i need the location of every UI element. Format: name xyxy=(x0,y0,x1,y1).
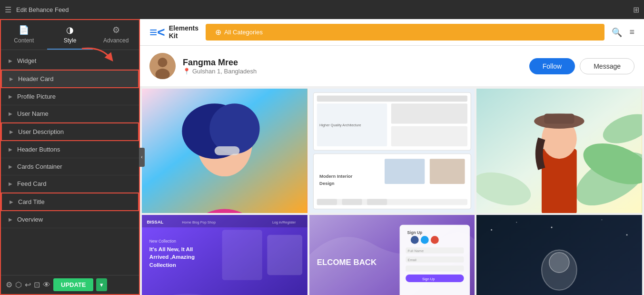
svg-rect-57 xyxy=(406,265,464,272)
arrow-icon: ▶ xyxy=(9,111,12,116)
logo-text: Elements Kit xyxy=(169,25,198,40)
content-icon: 📄 xyxy=(19,25,29,35)
feed-content: Fangma Mree 📍 Gulshan 1, Bangladesh Foll… xyxy=(140,46,644,295)
svg-point-2 xyxy=(158,58,168,67)
svg-text:BISSAL: BISSAL xyxy=(147,219,164,224)
location-pin-icon: 📍 xyxy=(183,68,190,75)
grid-item-3[interactable] xyxy=(476,89,642,213)
update-dropdown-button[interactable]: ▾ xyxy=(96,278,107,291)
grid-icon[interactable]: ⊞ xyxy=(633,5,639,14)
arrow-icon: ▶ xyxy=(9,181,12,186)
hamburger-icon[interactable]: ☰ xyxy=(5,5,11,14)
image-grid: Higher Quality Architecture Modern Inter… xyxy=(140,87,644,295)
portrait-illustration xyxy=(142,89,307,213)
page-title: Edit Behance Feed xyxy=(16,6,628,13)
svg-point-61 xyxy=(491,229,492,231)
profile-name: Fangma Mree xyxy=(183,58,522,68)
sidebar-item-user-name-label: User Name xyxy=(17,110,49,117)
sidebar-item-widget[interactable]: ▶ Widget xyxy=(1,52,139,70)
sidebar-item-header-card-label: Header Card xyxy=(18,75,53,82)
profile-info: Fangma Mree 📍 Gulshan 1, Bangladesh xyxy=(183,58,522,75)
sidebar-item-header-buttons[interactable]: ▶ Header Buttons xyxy=(1,141,139,158)
svg-text:Log in/Register: Log in/Register xyxy=(272,220,296,224)
sidebar-item-card-title-label: Card Title xyxy=(18,198,45,205)
svg-rect-34 xyxy=(545,113,575,123)
signup-page: ELCOME BACK Sign Up Full Name Email xyxy=(309,215,475,295)
svg-text:ELCOME BACK: ELCOME BACK xyxy=(317,258,376,267)
svg-rect-9 xyxy=(215,146,240,155)
svg-rect-14 xyxy=(391,103,467,123)
sidebar-item-profile-picture-label: Profile Picture xyxy=(17,93,56,100)
responsive-icon[interactable]: ⊡ xyxy=(34,280,40,289)
svg-rect-12 xyxy=(317,95,467,102)
svg-text:Sign Up: Sign Up xyxy=(422,276,435,281)
top-bar: ☰ Edit Behance Feed ⊞ xyxy=(0,0,644,19)
logo-subbrand: Kit xyxy=(169,32,198,40)
svg-point-62 xyxy=(516,222,517,223)
plus-icon: ⊕ xyxy=(215,28,221,37)
logo-area: ≡< Elements Kit xyxy=(149,25,198,40)
svg-text:Full Name: Full Name xyxy=(407,248,424,253)
svg-text:New Collection: New Collection xyxy=(149,238,176,243)
arrow-icon: ▶ xyxy=(10,199,13,204)
message-button[interactable]: Message xyxy=(580,58,634,74)
svg-text:It's All New, It All: It's All New, It All xyxy=(149,246,193,252)
tab-content[interactable]: 📄 Content xyxy=(1,20,47,50)
tabs-bar: 📄 Content ◑ Style ⚙ Advanced xyxy=(1,20,139,50)
profile-location-text: Gulshan 1, Bangladesh xyxy=(192,68,257,75)
bottom-toolbar: ⚙ ⬡ ↩ ⊡ 👁 UPDATE ▾ xyxy=(1,275,139,294)
tab-style[interactable]: ◑ Style xyxy=(47,20,93,50)
arrow-icon: ▶ xyxy=(10,129,13,134)
undo-icon[interactable]: ↩ xyxy=(25,280,31,289)
grid-item-6[interactable]: 4 4 OOPOS xyxy=(476,215,642,295)
svg-text:Sign Up: Sign Up xyxy=(407,230,422,235)
collapse-handle[interactable]: ‹ xyxy=(139,148,145,167)
search-icon[interactable]: 🔍 xyxy=(612,27,622,38)
settings-icon[interactable]: ⚙ xyxy=(6,280,12,289)
sidebar-item-header-card[interactable]: ▶ Header Card xyxy=(1,70,139,88)
svg-rect-20 xyxy=(385,159,425,184)
avatar-image xyxy=(149,53,176,79)
categories-button[interactable]: ⊕ All Categories xyxy=(206,24,605,41)
svg-rect-45 xyxy=(267,235,302,275)
tab-advanced[interactable]: ⚙ Advanced xyxy=(93,20,139,50)
update-button[interactable]: UPDATE xyxy=(53,278,93,291)
sidebar-item-overview-label: Overview xyxy=(17,216,43,223)
sidebar-item-profile-picture[interactable]: ▶ Profile Picture xyxy=(1,88,139,105)
sidebar-item-cards-container-label: Cards Container xyxy=(17,163,62,170)
svg-point-65 xyxy=(626,234,628,235)
arrow-icon: ▶ xyxy=(10,76,13,81)
svg-text:Email: Email xyxy=(407,257,416,262)
tab-content-label: Content xyxy=(14,37,34,44)
sidebar-item-user-description-label: User Description xyxy=(18,128,64,135)
grid-item-5[interactable]: ELCOME BACK Sign Up Full Name Email xyxy=(309,215,475,295)
grid-item-1[interactable] xyxy=(142,89,307,213)
menu-icon[interactable]: ≡ xyxy=(629,27,634,38)
eye-icon[interactable]: 👁 xyxy=(43,281,50,289)
sidebar-item-overview[interactable]: ▶ Overview xyxy=(1,211,139,228)
grid-item-2[interactable]: Higher Quality Architecture Modern Inter… xyxy=(309,89,475,213)
svg-rect-44 xyxy=(222,230,262,280)
arrow-icon: ▶ xyxy=(9,217,12,222)
profile-location: 📍 Gulshan 1, Bangladesh xyxy=(183,68,522,75)
sidebar-item-user-description[interactable]: ▶ User Description xyxy=(1,122,139,141)
sidebar-item-cards-container[interactable]: ▶ Cards Container xyxy=(1,158,139,175)
layers-icon[interactable]: ⬡ xyxy=(15,280,22,289)
svg-rect-21 xyxy=(430,159,465,184)
logo-brand: Elements xyxy=(169,25,198,32)
tab-advanced-label: Advanced xyxy=(103,37,129,44)
grid-item-4[interactable]: BISSAL Home Blog Pop Shop Log in/Registe… xyxy=(142,215,307,295)
follow-button[interactable]: Follow xyxy=(529,58,575,74)
sidebar-item-widget-label: Widget xyxy=(17,57,36,64)
svg-text:Home  Blog  Pop  Shop: Home Blog Pop Shop xyxy=(182,220,216,224)
sidebar-item-card-title[interactable]: ▶ Card Title xyxy=(1,193,139,211)
tab-style-label: Style xyxy=(64,37,77,44)
sidebar-item-feed-card[interactable]: ▶ Feed Card xyxy=(1,175,139,193)
sidebar-item-user-name[interactable]: ▶ User Name xyxy=(1,105,139,122)
svg-text:Arrived ,Amazing: Arrived ,Amazing xyxy=(149,254,195,260)
profile-header: Fangma Mree 📍 Gulshan 1, Bangladesh Foll… xyxy=(140,46,644,87)
profile-buttons: Follow Message xyxy=(529,58,634,74)
svg-text:Collection: Collection xyxy=(149,262,176,268)
svg-point-67 xyxy=(549,252,569,272)
content-area: ≡< Elements Kit ⊕ All Categories 🔍 ≡ xyxy=(140,19,644,295)
